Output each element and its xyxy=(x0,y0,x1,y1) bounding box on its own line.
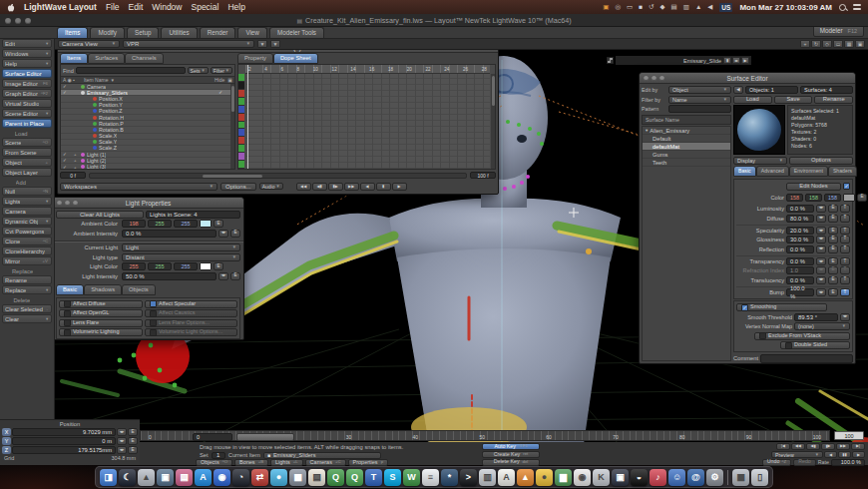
envelope-button[interactable]: E xyxy=(128,437,138,445)
texture-button[interactable]: T xyxy=(840,245,850,253)
hide-column[interactable]: Hide xyxy=(215,77,224,83)
texture-button[interactable]: T xyxy=(840,215,850,223)
scene-editor-right-tab[interactable]: Property xyxy=(237,53,273,64)
sidebar-item[interactable]: CloneHierarchy xyxy=(2,246,52,255)
menubar-clock[interactable]: Mon Mar 27 10:03:09 AM xyxy=(739,3,832,12)
documents-icon[interactable]: ≡ xyxy=(422,469,439,486)
sync-app-icon[interactable]: ⇄ xyxy=(251,469,268,486)
rate-field[interactable]: 100.0 % xyxy=(831,459,865,466)
sidebar-item[interactable]: Scene ^O xyxy=(2,138,52,147)
contacts-icon[interactable]: ☺ xyxy=(668,469,685,486)
zoom-button[interactable] xyxy=(73,201,78,206)
sidebar-item[interactable]: Cvt Powergons xyxy=(2,227,52,236)
toolbar-tab[interactable]: View xyxy=(237,27,267,38)
minimize-button[interactable] xyxy=(651,76,656,81)
param-field[interactable]: 30.0 % xyxy=(786,236,814,244)
stepper-button[interactable]: ◂▸ xyxy=(816,266,826,274)
sidebar-item[interactable]: Edit ▼ xyxy=(2,39,52,48)
checkbox[interactable] xyxy=(150,310,157,317)
surface-editor-tab[interactable]: Environment xyxy=(789,166,828,177)
maximize-view-icon[interactable]: ▣ xyxy=(855,40,865,48)
quicktime-icon[interactable]: Q xyxy=(327,469,344,486)
expander-icon[interactable]: ▾ xyxy=(646,128,648,133)
edit-nodes-checkbox[interactable]: ✓ xyxy=(843,183,850,190)
screenshot-app-icon[interactable]: ▣ xyxy=(157,469,174,486)
stepper-button[interactable]: ◂▸ xyxy=(218,230,228,238)
vlc-icon[interactable]: ▲ xyxy=(517,469,534,486)
sidebar-item[interactable]: Camera xyxy=(2,207,52,216)
ambient-g-field[interactable]: 255 xyxy=(148,220,172,228)
transport-button[interactable]: ◀▮ xyxy=(312,183,327,191)
checkbox[interactable] xyxy=(150,300,157,307)
spotlight-icon[interactable] xyxy=(839,4,846,11)
trash-icon[interactable]: ▯ xyxy=(751,469,768,486)
envelope-button[interactable]: E xyxy=(857,194,867,202)
keychain-icon[interactable]: K xyxy=(593,469,610,486)
scene-item-row[interactable]: ✓ + Light (3) xyxy=(61,164,234,169)
mode-button[interactable]: Lights+L xyxy=(270,459,303,466)
slider-bar[interactable]: Emissary_Slide ▮◂▸▶ xyxy=(616,56,751,65)
expander-icon[interactable]: + xyxy=(74,152,79,157)
light-toggle-right[interactable]: Lens Flare Options... xyxy=(145,319,237,327)
stepper-button[interactable]: ◂▸ xyxy=(816,276,826,284)
sidebar-item[interactable]: Help ▼ xyxy=(2,59,52,68)
texture-button[interactable]: T xyxy=(840,257,850,265)
sidebar-item[interactable]: Load xyxy=(2,130,52,137)
toolbar-tab[interactable]: Modeler Tools xyxy=(269,27,324,38)
airplay-icon[interactable]: ▥ xyxy=(683,0,689,14)
eject-icon[interactable]: ▲ xyxy=(695,0,701,14)
surface-row[interactable]: Default xyxy=(643,135,730,143)
light-properties-tab[interactable]: Objects xyxy=(122,284,156,295)
checkbox[interactable] xyxy=(64,310,71,317)
delete-key-button[interactable]: Delete Keydel xyxy=(482,459,540,466)
texture-button[interactable]: T xyxy=(840,236,850,244)
zoom-button[interactable] xyxy=(25,18,31,24)
checkbox[interactable] xyxy=(64,329,71,336)
light-intensity-field[interactable]: 50.0 % xyxy=(122,272,217,280)
key-cell[interactable] xyxy=(238,122,244,130)
notes-icon[interactable]: ▤ xyxy=(308,469,325,486)
visibility-check[interactable]: ✓ xyxy=(63,84,72,89)
checkbox[interactable] xyxy=(785,342,792,349)
surface-row[interactable]: Gums xyxy=(643,151,730,159)
stepper-button[interactable]: ◂▸ xyxy=(117,428,127,436)
vertical-scrollbar[interactable] xyxy=(230,84,234,169)
volume-icon[interactable]: ◀ xyxy=(707,0,712,14)
envelope-button[interactable]: E xyxy=(828,266,838,274)
stepper-button[interactable]: ◂▸ xyxy=(816,236,826,244)
comment-input[interactable] xyxy=(760,354,853,363)
gauge-app-icon[interactable]: ◔ xyxy=(232,469,249,486)
sidebar-item[interactable]: Object Layer xyxy=(2,168,52,177)
image-viewer-icon[interactable]: ▦ xyxy=(732,469,749,486)
audio-dropdown[interactable]: Audio▼ xyxy=(259,183,283,190)
param-field[interactable]: 100.0 % xyxy=(786,288,814,296)
surface-editor-tab[interactable]: Basic xyxy=(733,166,756,177)
current-frame-field[interactable]: 0 xyxy=(193,433,232,441)
shield-icon[interactable]: ◎ xyxy=(615,0,621,14)
close-button[interactable] xyxy=(644,76,649,81)
transport-button[interactable]: ▶ xyxy=(392,183,407,191)
quicktime-2-icon[interactable]: Q xyxy=(346,469,363,486)
transport-button[interactable]: ▮▶ xyxy=(328,183,343,191)
edit-by-dropdown[interactable]: Object▼ xyxy=(668,86,731,94)
rotate-view-icon[interactable]: ↻ xyxy=(811,40,821,48)
sidebar-item[interactable]: Lights ▼ xyxy=(2,197,52,206)
sidebar-item[interactable]: Replace ▼ xyxy=(2,285,52,294)
smooth-threshold-field[interactable]: 89.53 ° xyxy=(794,313,838,321)
apple-menu[interactable] xyxy=(7,3,15,12)
sidebar-item[interactable]: Windows ▼ xyxy=(2,49,52,58)
pattern-input[interactable] xyxy=(668,105,731,113)
param-field[interactable]: 80.0 % xyxy=(786,215,814,223)
ambient-r-field[interactable]: 198 xyxy=(122,220,146,228)
toolbar-tab[interactable]: Utilities xyxy=(161,27,197,38)
expander-icon[interactable]: + xyxy=(74,165,79,169)
checkbox[interactable] xyxy=(759,332,766,339)
edit-nodes-button[interactable]: Edit Nodes xyxy=(786,183,841,191)
checkbox[interactable]: ✓ xyxy=(741,304,748,311)
panel-titlebar[interactable]: Light Properties xyxy=(53,198,243,209)
find-input[interactable] xyxy=(76,67,186,74)
key-cell[interactable] xyxy=(238,129,244,137)
key-cell[interactable] xyxy=(238,98,244,106)
view-type-dropdown[interactable]: Camera View ▼ xyxy=(58,40,120,48)
envelope-button[interactable]: E xyxy=(828,245,838,253)
